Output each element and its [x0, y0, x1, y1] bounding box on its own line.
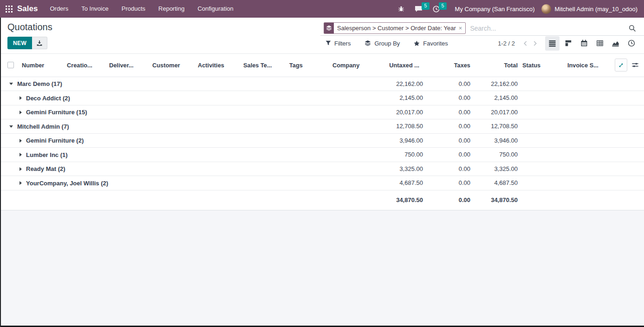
caret-right-icon[interactable] — [20, 139, 22, 143]
caret-down-icon[interactable] — [9, 125, 13, 128]
kanban-view-icon — [565, 39, 572, 47]
group-label: Marc Demo (17) — [17, 80, 62, 87]
group-taxes: 0.00 — [425, 105, 472, 119]
expand-all-button[interactable] — [615, 59, 627, 72]
column-header-tags[interactable]: Tags — [288, 54, 331, 77]
group-row[interactable]: Gemini Furniture (2)3,946.000.003,946.00 — [0, 133, 644, 148]
nav-menu-reporting[interactable]: Reporting — [152, 0, 191, 18]
group-taxes: 0.00 — [425, 162, 472, 176]
column-header-sales-team[interactable]: Sales Te... — [242, 54, 288, 77]
navbar: Sales OrdersTo InvoiceProductsReportingC… — [0, 0, 644, 18]
column-header-invoice-status[interactable]: Invoice S... — [565, 54, 613, 77]
column-header-activities[interactable]: Activities — [196, 54, 242, 77]
quotations-list: Number Creatio... Deliver... Customer Ac… — [0, 54, 644, 210]
view-activity-button[interactable] — [624, 36, 638, 51]
favorites-button[interactable]: Favorites — [414, 40, 448, 47]
search-icon[interactable] — [629, 25, 636, 34]
column-header-taxes[interactable]: Taxes — [425, 54, 472, 77]
group-row[interactable]: Gemini Furniture (15)20,017.000.0020,017… — [0, 105, 644, 119]
column-header-untaxed[interactable]: Untaxed ... — [381, 54, 425, 77]
export-button[interactable] — [32, 37, 47, 49]
apps-grid-icon — [6, 6, 13, 13]
content-background — [0, 210, 644, 326]
footer-total: 34,870.50 — [472, 190, 520, 210]
nav-menu-configuration[interactable]: Configuration — [191, 0, 240, 18]
view-graph-button[interactable] — [608, 36, 623, 51]
caret-right-icon[interactable] — [20, 181, 22, 185]
filters-button[interactable]: Filters — [325, 40, 351, 47]
chat-icon — [415, 6, 423, 13]
apps-menu-button[interactable] — [0, 6, 17, 13]
facet-remove-icon[interactable]: × — [458, 25, 466, 32]
view-switcher — [544, 36, 638, 51]
nav-menu-to-invoice[interactable]: To Invoice — [75, 0, 115, 18]
view-pivot-button[interactable] — [592, 36, 607, 51]
group-row[interactable]: Lumber Inc (1)750.000.00750.00 — [0, 148, 644, 162]
group-total: 12,708.50 — [472, 119, 520, 134]
group-row[interactable]: Marc Demo (17)22,162.000.0022,162.00 — [0, 77, 644, 91]
select-all-checkbox[interactable] — [7, 62, 14, 68]
column-header-delivery-date[interactable]: Deliver... — [108, 54, 151, 77]
user-avatar[interactable] — [541, 4, 551, 14]
view-calendar-button[interactable] — [577, 36, 591, 51]
column-header-creation-date[interactable]: Creatio... — [65, 54, 108, 77]
group-total: 2,145.00 — [472, 91, 520, 105]
caret-right-icon[interactable] — [20, 153, 22, 157]
group-untaxed: 750.00 — [381, 148, 425, 162]
debug-button[interactable] — [393, 6, 410, 12]
view-list-button[interactable] — [545, 36, 559, 51]
filter-icon — [325, 40, 331, 46]
footer-taxes-total: 0.00 — [425, 190, 472, 210]
group-row[interactable]: Deco Addict (2)2,145.000.002,145.00 — [0, 91, 644, 105]
page-title: Quotations — [7, 22, 52, 33]
column-header-status[interactable]: Status — [520, 54, 565, 77]
nav-menu-products[interactable]: Products — [115, 0, 152, 18]
group-row[interactable]: Ready Mat (2)3,325.000.003,325.00 — [0, 162, 644, 176]
graph-view-icon — [611, 39, 619, 47]
caret-down-icon[interactable] — [9, 83, 13, 85]
caret-right-icon[interactable] — [20, 96, 22, 100]
footer-untaxed-total: 34,870.50 — [381, 190, 425, 210]
activities-button[interactable]: 5 — [428, 6, 445, 13]
column-header-number[interactable]: Number — [20, 54, 65, 77]
company-switcher[interactable]: My Company (San Francisco) — [455, 6, 535, 13]
group-total: 4,687.50 — [472, 176, 520, 190]
caret-right-icon[interactable] — [20, 167, 22, 171]
download-icon — [36, 40, 43, 46]
column-header-total[interactable]: Total — [472, 54, 520, 77]
nav-menu-orders[interactable]: Orders — [43, 0, 75, 18]
group-label: Gemini Furniture (2) — [26, 137, 84, 144]
search-input[interactable]: Search... — [470, 25, 496, 32]
messages-button[interactable]: 5 — [410, 6, 428, 13]
group-row[interactable]: Mitchell Admin (7)12,708.500.0012,708.50 — [0, 119, 644, 134]
star-icon — [414, 40, 420, 46]
group-taxes: 0.00 — [425, 91, 472, 105]
calendar-view-icon — [580, 39, 588, 47]
control-panel: Quotations Salesperson > Customer > Orde… — [0, 18, 644, 54]
search-bar[interactable]: Salesperson > Customer > Order Date: Yea… — [320, 21, 644, 36]
group-untaxed: 4,687.50 — [381, 176, 425, 190]
group-row[interactable]: YourCompany, Joel Willis (2)4,687.500.00… — [0, 176, 644, 190]
group-untaxed: 22,162.00 — [381, 77, 425, 91]
column-header-customer[interactable]: Customer — [151, 54, 196, 77]
new-button[interactable]: NEW — [7, 37, 32, 49]
list-view-icon — [548, 39, 556, 47]
bug-icon — [398, 6, 404, 12]
caret-right-icon[interactable] — [20, 111, 22, 114]
app-name[interactable]: Sales — [17, 4, 38, 13]
pager-previous-icon[interactable] — [520, 40, 530, 46]
group-label: Lumber Inc (1) — [26, 151, 68, 158]
group-total: 22,162.00 — [472, 77, 520, 91]
group-by-button[interactable]: Group By — [364, 40, 400, 47]
view-kanban-button[interactable] — [561, 36, 575, 51]
column-header-company[interactable]: Company — [331, 54, 381, 77]
group-taxes: 0.00 — [425, 148, 472, 162]
group-taxes: 0.00 — [425, 77, 472, 91]
layers-icon — [324, 23, 334, 33]
optional-columns-icon[interactable] — [631, 61, 639, 69]
quotation-group-rows: Marc Demo (17)22,162.000.0022,162.00Deco… — [0, 77, 644, 190]
table-header-row: Number Creatio... Deliver... Customer Ac… — [0, 54, 644, 77]
pager-next-icon[interactable] — [530, 40, 540, 46]
user-menu[interactable]: Mitchell Admin (may_10_odoo) — [555, 6, 637, 13]
layers-icon — [364, 40, 371, 46]
